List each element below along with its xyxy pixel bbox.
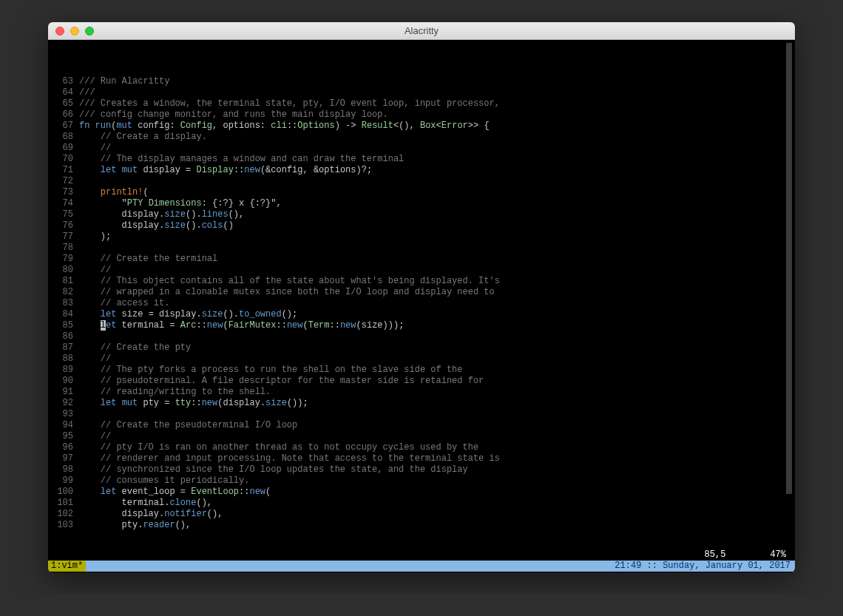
terminal-viewport[interactable]: 63/// Run Alacritty64///65/// Creates a … — [48, 40, 795, 572]
code-text: println!( — [79, 187, 790, 198]
code-text — [79, 331, 790, 342]
code-text: display.size().cols() — [79, 220, 790, 231]
scrollbar[interactable] — [786, 43, 792, 494]
code-line[interactable]: 91 // reading/writing to the shell. — [53, 387, 790, 398]
line-number: 87 — [53, 342, 79, 353]
line-number: 90 — [53, 376, 79, 387]
line-number: 69 — [53, 143, 79, 154]
code-area[interactable]: 63/// Run Alacritty64///65/// Creates a … — [53, 76, 790, 531]
code-line[interactable]: 65/// Creates a window, the terminal sta… — [53, 98, 790, 109]
code-line[interactable]: 100 let event_loop = EventLoop::new( — [53, 487, 790, 498]
cursor-position: 85,5 — [705, 549, 726, 561]
code-text: // Create the pty — [79, 342, 790, 353]
code-line[interactable]: 63/// Run Alacritty — [53, 76, 790, 87]
code-line[interactable]: 86 — [53, 331, 790, 342]
code-line[interactable]: 101 terminal.clone(), — [53, 498, 790, 509]
line-number: 81 — [53, 276, 79, 287]
tmux-window-tab[interactable]: 1:vim* — [48, 561, 86, 572]
code-line[interactable]: 93 — [53, 409, 790, 420]
code-line[interactable]: 90 // pseudoterminal. A file descriptor … — [53, 376, 790, 387]
code-line[interactable]: 83 // access it. — [53, 298, 790, 309]
line-number: 94 — [53, 420, 79, 431]
code-line[interactable]: 71 let mut display = Display::new(&confi… — [53, 165, 790, 176]
code-text: // wrapped in a clonable mutex since bot… — [79, 287, 790, 298]
code-text: // — [79, 353, 790, 365]
code-line[interactable]: 66/// config change monitor, and runs th… — [53, 109, 790, 121]
code-line[interactable]: 88 // — [53, 353, 790, 365]
line-number: 98 — [53, 464, 79, 475]
code-text: // consumes it periodically. — [79, 475, 790, 487]
code-line[interactable]: 89 // The pty forks a process to run the… — [53, 365, 790, 376]
code-text: // Create a display. — [79, 132, 790, 143]
code-text: // pseudoterminal. A file descriptor for… — [79, 376, 790, 387]
code-line[interactable]: 79 // Create the terminal — [53, 254, 790, 265]
code-line[interactable]: 96 // pty I/O is ran on another thread a… — [53, 442, 790, 453]
code-text — [79, 176, 790, 187]
code-text: // reading/writing to the shell. — [79, 387, 790, 398]
code-line[interactable]: 75 display.size().lines(), — [53, 209, 790, 220]
line-number: 99 — [53, 475, 79, 487]
code-line[interactable]: 95 // — [53, 431, 790, 442]
code-line[interactable]: 67fn run(mut config: Config, options: cl… — [53, 121, 790, 132]
code-line[interactable]: 102 display.notifier(), — [53, 509, 790, 520]
close-icon[interactable] — [55, 27, 64, 35]
line-number: 82 — [53, 287, 79, 298]
code-line[interactable]: 64/// — [53, 87, 790, 98]
code-line[interactable]: 97 // renderer and input processing. Not… — [53, 453, 790, 464]
code-line[interactable]: 85 let terminal = Arc::new(FairMutex::ne… — [53, 320, 790, 331]
tmux-status-bar: 1:vim* 21:49 :: Sunday, January 01, 2017 — [48, 561, 795, 572]
line-number: 78 — [53, 243, 79, 254]
line-number: 83 — [53, 298, 79, 309]
code-line[interactable]: 103 pty.reader(), — [53, 520, 790, 531]
code-text: "PTY Dimensions: {:?} x {:?}", — [79, 198, 790, 209]
code-line[interactable]: 72 — [53, 176, 790, 187]
code-text: /// Creates a window, the terminal state… — [79, 98, 790, 109]
code-line[interactable]: 78 — [53, 243, 790, 254]
line-number: 84 — [53, 309, 79, 320]
code-line[interactable]: 73 println!( — [53, 187, 790, 198]
code-line[interactable]: 87 // Create the pty — [53, 342, 790, 353]
code-line[interactable]: 76 display.size().cols() — [53, 220, 790, 231]
code-text: let size = display.size().to_owned(); — [79, 309, 790, 320]
line-number: 75 — [53, 209, 79, 220]
code-line[interactable]: 82 // wrapped in a clonable mutex since … — [53, 287, 790, 298]
code-line[interactable]: 80 // — [53, 265, 790, 276]
zoom-icon[interactable] — [85, 27, 94, 35]
line-number: 72 — [53, 176, 79, 187]
code-line[interactable]: 92 let mut pty = tty::new(display.size()… — [53, 398, 790, 409]
line-number: 96 — [53, 442, 79, 453]
code-text: terminal.clone(), — [79, 498, 790, 509]
line-number: 91 — [53, 387, 79, 398]
code-line[interactable]: 81 // This object contains all of the st… — [53, 276, 790, 287]
code-text: // access it. — [79, 298, 790, 309]
code-line[interactable]: 94 // Create the pseudoterminal I/O loop — [53, 420, 790, 431]
code-text: // This object contains all of the state… — [79, 276, 790, 287]
code-line[interactable]: 74 "PTY Dimensions: {:?} x {:?}", — [53, 198, 790, 209]
code-text: let terminal = Arc::new(FairMutex::new(T… — [79, 320, 790, 331]
titlebar[interactable]: Alacritty — [48, 22, 795, 40]
code-line[interactable]: 69 // — [53, 143, 790, 154]
line-number: 103 — [53, 520, 79, 531]
line-number: 85 — [53, 320, 79, 331]
code-line[interactable]: 98 // synchronized since the I/O loop up… — [53, 464, 790, 475]
code-line[interactable]: 70 // The display manages a window and c… — [53, 154, 790, 165]
code-text: let mut display = Display::new(&config, … — [79, 165, 790, 176]
code-text: // — [79, 143, 790, 154]
line-number: 70 — [53, 154, 79, 165]
line-number: 71 — [53, 165, 79, 176]
code-line[interactable]: 68 // Create a display. — [53, 132, 790, 143]
code-text: ); — [79, 231, 790, 243]
line-number: 101 — [53, 498, 79, 509]
code-text: pty.reader(), — [79, 520, 790, 531]
code-line[interactable]: 99 // consumes it periodically. — [53, 475, 790, 487]
code-line[interactable]: 77 ); — [53, 231, 790, 243]
code-line[interactable]: 84 let size = display.size().to_owned(); — [53, 309, 790, 320]
line-number: 95 — [53, 431, 79, 442]
line-number: 66 — [53, 109, 79, 121]
line-number: 73 — [53, 187, 79, 198]
line-number: 79 — [53, 254, 79, 265]
traffic-lights — [55, 27, 94, 35]
code-text: // pty I/O is ran on another thread as t… — [79, 442, 790, 453]
code-text: // — [79, 265, 790, 276]
minimize-icon[interactable] — [70, 27, 79, 35]
